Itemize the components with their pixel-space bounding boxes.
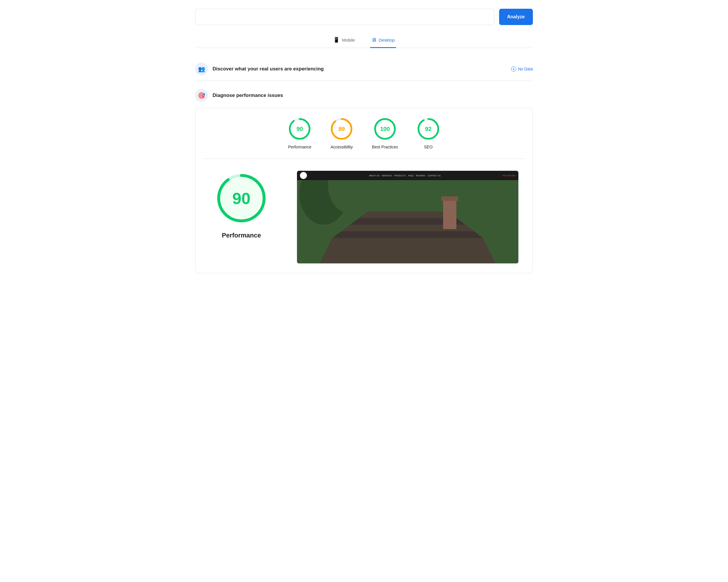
url-input[interactable]: https://gironroofing.com/ (195, 9, 494, 25)
scores-row: 90 Performance 89 Accessibility (202, 117, 526, 159)
nav-phone: 503-438-7663 (503, 175, 515, 177)
discover-left: 👥 Discover what your real users are expe… (195, 62, 324, 75)
circle-performance: 90 (288, 117, 311, 141)
nav-link-faqs: FAQS (408, 175, 414, 177)
nav-link-contact: CONTACT US (427, 175, 441, 177)
circle-best-practices: 100 (373, 117, 397, 141)
large-score-label: Performance (222, 232, 261, 239)
seo-score-text: 92 (425, 126, 432, 132)
nav-link-products: PRODUCTS (394, 175, 406, 177)
performance-detail: 90 Performance ABOUT US SERVICES PRODUCT… (202, 159, 526, 273)
nav-links: ABOUT US SERVICES PRODUCTS FAQS REVIEWS … (309, 175, 500, 177)
score-item-accessibility[interactable]: 89 Accessibility (330, 117, 353, 149)
seo-label: SEO (424, 145, 433, 149)
best-practices-label: Best Practices (372, 145, 398, 149)
users-icon: 👥 (198, 65, 205, 73)
analyze-button[interactable]: Analyze (499, 9, 533, 25)
circle-seo: 92 (417, 117, 440, 141)
url-bar-row: https://gironroofing.com/ Analyze (195, 9, 533, 25)
performance-score-text: 90 (296, 126, 303, 132)
score-card: 90 Performance 89 Accessibility (195, 108, 533, 273)
screenshot-nav: ABOUT US SERVICES PRODUCTS FAQS REVIEWS … (297, 171, 518, 180)
large-circle-performance: 90 (214, 170, 269, 226)
desktop-icon: 🖥 (371, 37, 376, 43)
info-icon: ℹ (511, 66, 516, 72)
performance-label: Performance (288, 145, 311, 149)
accessibility-score-text: 89 (338, 126, 345, 132)
large-score-number: 90 (232, 189, 251, 208)
tabs-row: 📱 Mobile 🖥 Desktop (195, 33, 533, 48)
large-score-side: 90 Performance (209, 170, 274, 239)
score-item-performance[interactable]: 90 Performance (288, 117, 311, 149)
no-data-badge[interactable]: ℹ No Data (511, 66, 533, 72)
score-item-seo[interactable]: 92 SEO (417, 117, 440, 149)
nav-logo (300, 172, 307, 179)
nav-link-reviews: REVIEWS (416, 175, 425, 177)
screenshot-side: ABOUT US SERVICES PRODUCTS FAQS REVIEWS … (297, 170, 519, 264)
roof-scene (297, 180, 518, 264)
screenshot-content (297, 180, 518, 264)
tab-mobile[interactable]: 📱 Mobile (332, 33, 356, 48)
discover-icon-wrap: 👥 (195, 62, 208, 75)
circle-accessibility: 89 (330, 117, 353, 141)
nav-link-services: SERVICES (382, 175, 392, 177)
discover-section: 👥 Discover what your real users are expe… (195, 57, 533, 81)
tab-mobile-label: Mobile (342, 37, 355, 43)
diagnose-section-header: 🎯 Diagnose performance issues (195, 89, 533, 102)
svg-marker-18 (359, 212, 456, 218)
tab-desktop-label: Desktop (379, 37, 395, 43)
diagnose-icon-wrap: 🎯 (195, 89, 208, 102)
mobile-icon: 📱 (333, 37, 340, 43)
accessibility-label: Accessibility (331, 145, 353, 149)
diagnose-icon: 🎯 (198, 92, 205, 99)
svg-rect-20 (441, 196, 458, 201)
nav-link-aboutus: ABOUT US (369, 175, 380, 177)
svg-rect-19 (443, 198, 457, 229)
screenshot-mockup: ABOUT US SERVICES PRODUCTS FAQS REVIEWS … (297, 171, 518, 264)
svg-marker-14 (319, 238, 496, 264)
score-item-best-practices[interactable]: 100 Best Practices (372, 117, 398, 149)
svg-marker-15 (333, 231, 483, 238)
no-data-label: No Data (518, 67, 533, 71)
discover-title: Discover what your real users are experi… (213, 66, 324, 72)
best-practices-score-text: 100 (380, 126, 390, 132)
tab-desktop[interactable]: 🖥 Desktop (370, 33, 396, 48)
diagnose-title: Diagnose performance issues (213, 92, 283, 99)
